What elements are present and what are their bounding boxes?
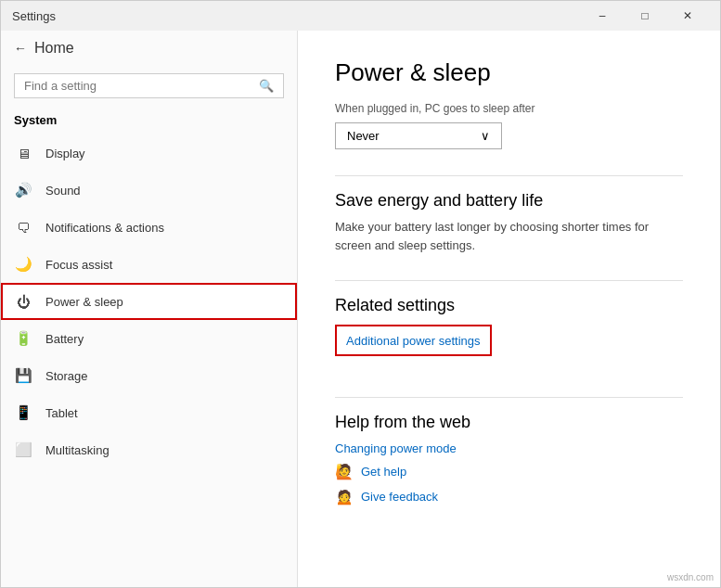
notifications-icon: 🗨 bbox=[14, 218, 32, 236]
additional-power-settings-link[interactable]: Additional power settings bbox=[346, 334, 481, 348]
page-title: Power & sleep bbox=[335, 58, 683, 87]
sound-icon: 🔊 bbox=[14, 181, 32, 199]
display-icon: 🖥 bbox=[14, 144, 32, 162]
divider-2 bbox=[335, 280, 683, 281]
focus-icon: 🌙 bbox=[14, 255, 32, 274]
divider-3 bbox=[335, 397, 683, 398]
give-feedback-label: Give feedback bbox=[361, 490, 438, 504]
sidebar-item-tablet[interactable]: 📱 Tablet bbox=[1, 394, 297, 431]
sidebar-item-storage[interactable]: 💾 Storage bbox=[1, 357, 297, 394]
changing-power-mode-label: Changing power mode bbox=[335, 441, 457, 455]
get-help-link[interactable]: 🙋 Get help bbox=[335, 463, 683, 480]
dropdown-value: Never bbox=[347, 129, 380, 143]
battery-icon: 🔋 bbox=[14, 329, 32, 348]
back-home-button[interactable]: ← Home bbox=[1, 31, 297, 66]
get-help-icon: 🙋 bbox=[335, 463, 354, 480]
titlebar-title: Settings bbox=[12, 9, 56, 23]
storage-icon: 💾 bbox=[14, 366, 32, 385]
tablet-icon: 📱 bbox=[14, 403, 32, 422]
sidebar-item-label: Power & sleep bbox=[45, 295, 123, 309]
multitasking-icon: ⬜ bbox=[14, 441, 32, 459]
power-icon: ⏻ bbox=[14, 292, 32, 311]
watermark: wsxdn.com bbox=[667, 572, 714, 582]
sidebar-item-display[interactable]: 🖥 Display bbox=[1, 134, 297, 172]
sidebar-item-label: Multitasking bbox=[45, 443, 109, 457]
get-help-label: Get help bbox=[361, 465, 406, 479]
related-link-box: Additional power settings bbox=[335, 325, 492, 356]
sidebar-item-multitasking[interactable]: ⬜ Multitasking bbox=[1, 431, 297, 468]
home-label: Home bbox=[34, 40, 74, 57]
sidebar-item-label: Battery bbox=[45, 332, 84, 346]
titlebar: Settings – □ ✕ bbox=[1, 1, 720, 31]
sidebar-item-label: Tablet bbox=[45, 406, 78, 420]
window-controls: – □ ✕ bbox=[581, 1, 709, 31]
save-energy-desc: Make your battery last longer by choosin… bbox=[335, 218, 683, 254]
sidebar-item-label: Focus assist bbox=[45, 258, 112, 272]
maximize-button[interactable]: □ bbox=[624, 1, 666, 31]
sidebar-item-battery[interactable]: 🔋 Battery bbox=[1, 320, 297, 357]
sidebar-item-notifications[interactable]: 🗨 Notifications & actions bbox=[1, 209, 297, 246]
sleep-dropdown[interactable]: Never ∨ bbox=[335, 122, 502, 149]
save-energy-title: Save energy and battery life bbox=[335, 191, 683, 211]
plugged-label: When plugged in, PC goes to sleep after bbox=[335, 102, 683, 115]
sidebar-item-label: Sound bbox=[45, 184, 81, 198]
sidebar-item-sound[interactable]: 🔊 Sound bbox=[1, 172, 297, 209]
divider-1 bbox=[335, 175, 683, 176]
main-content: Power & sleep When plugged in, PC goes t… bbox=[298, 31, 720, 587]
sidebar-item-label: Notifications & actions bbox=[45, 221, 164, 235]
close-button[interactable]: ✕ bbox=[666, 1, 709, 31]
minimize-button[interactable]: – bbox=[581, 1, 624, 31]
sidebar: ← Home 🔍 System 🖥 Display 🔊 Sound bbox=[1, 31, 298, 587]
sidebar-item-power[interactable]: ⏻ Power & sleep bbox=[1, 283, 297, 320]
sidebar-item-label: Storage bbox=[45, 369, 88, 383]
sidebar-item-label: Display bbox=[45, 147, 85, 160]
related-settings-title: Related settings bbox=[335, 296, 683, 315]
give-feedback-icon: 🙍 bbox=[335, 488, 354, 505]
changing-power-mode-link[interactable]: Changing power mode bbox=[335, 441, 683, 455]
back-arrow-icon: ← bbox=[14, 41, 27, 56]
system-section-label: System bbox=[1, 109, 297, 134]
help-from-web-title: Help from the web bbox=[335, 413, 683, 432]
sidebar-item-focus[interactable]: 🌙 Focus assist bbox=[1, 246, 297, 283]
chevron-down-icon: ∨ bbox=[481, 129, 490, 143]
search-input[interactable] bbox=[24, 79, 251, 93]
give-feedback-link[interactable]: 🙍 Give feedback bbox=[335, 488, 683, 505]
search-box[interactable]: 🔍 bbox=[14, 73, 284, 98]
search-icon: 🔍 bbox=[259, 79, 274, 93]
